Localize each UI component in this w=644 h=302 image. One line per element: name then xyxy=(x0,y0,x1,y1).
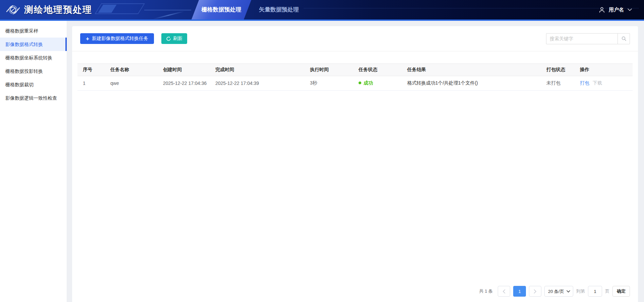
col-actions: 操作 xyxy=(575,64,633,76)
table-header-row: 序号 任务名称 创建时间 完成时间 执行时间 任务状态 任务结果 打包状态 操作 xyxy=(77,64,633,76)
user-menu[interactable]: 用户名 xyxy=(599,0,632,19)
download-action-link: 下载 xyxy=(593,80,602,86)
cell-pack-status: 未打包 xyxy=(541,76,575,91)
orbit-globe-logo-icon xyxy=(6,3,20,16)
user-icon xyxy=(599,7,605,13)
search-icon xyxy=(621,36,627,41)
app-logo-area: 测绘地理预处理 xyxy=(6,0,92,19)
refresh-button[interactable]: 刷新 xyxy=(161,33,187,44)
sidebar-item-raster-coordinate-convert[interactable]: 栅格数据坐标系统转换 xyxy=(0,51,67,64)
col-finished-time: 完成时间 xyxy=(210,64,305,76)
cell-finished-time: 2025-12-22 17:04:39 xyxy=(210,76,305,91)
refresh-icon xyxy=(166,36,171,41)
cell-index: 1 xyxy=(77,76,105,91)
sidebar-nav: 栅格数据重采样 影像数据格式转换 栅格数据坐标系统转换 栅格数据投影转换 栅格数… xyxy=(0,21,67,302)
plus-icon: + xyxy=(86,36,89,42)
tab-vector-preprocess[interactable]: 矢量数据预处理 xyxy=(259,0,299,19)
cell-actions: 打包下载 xyxy=(575,76,633,91)
tab-raster-preprocess[interactable]: 栅格数据预处理 xyxy=(192,0,251,19)
header-circuit-decoration xyxy=(304,8,639,8)
cell-task-name: qwe xyxy=(105,76,158,91)
header-circuit-decoration xyxy=(153,11,184,20)
refresh-button-label: 刷新 xyxy=(173,36,182,42)
prev-page-button[interactable] xyxy=(498,286,510,297)
pack-action-link[interactable]: 打包 xyxy=(580,80,589,86)
sidebar-item-raster-clip[interactable]: 栅格数据裁切 xyxy=(0,78,67,91)
sidebar-item-raster-resample[interactable]: 栅格数据重采样 xyxy=(0,24,67,38)
cell-task-status: 成功 xyxy=(353,76,402,91)
goto-page-input[interactable] xyxy=(588,286,602,297)
page-size-select[interactable]: 20 条/页 xyxy=(545,286,573,296)
top-header: 测绘地理预处理 栅格数据预处理 矢量数据预处理 用户名 xyxy=(0,0,644,21)
goto-confirm-button[interactable]: 确定 xyxy=(612,286,630,297)
search-button[interactable] xyxy=(618,33,630,44)
page-size-select-wrap: 20 条/页 xyxy=(544,286,573,297)
page-number-1[interactable]: 1 xyxy=(513,286,526,297)
cell-created-time: 2025-12-22 17:04:36 xyxy=(158,76,210,91)
goto-page-prefix: 到第 xyxy=(576,288,585,294)
sidebar-item-image-format-convert[interactable]: 影像数据格式转换 xyxy=(0,38,67,51)
toolbar: + 新建影像数据格式转换任务 刷新 xyxy=(72,26,638,51)
table-row: 1 qwe 2025-12-22 17:04:36 2025-12-22 17:… xyxy=(77,76,633,91)
pagination: 共 1 条 1 20 条/页 xyxy=(479,286,630,297)
sidebar-item-image-logic-consistency-check[interactable]: 影像数据逻辑一致性检查 xyxy=(0,91,67,105)
chevron-left-icon xyxy=(502,289,505,294)
goto-page-suffix: 页 xyxy=(605,288,609,294)
main-content-panel: + 新建影像数据格式转换任务 刷新 xyxy=(72,26,638,302)
sidebar-item-raster-projection-convert[interactable]: 栅格数据投影转换 xyxy=(0,64,67,78)
status-success-dot xyxy=(359,82,361,84)
user-name: 用户名 xyxy=(609,7,624,13)
chevron-right-icon xyxy=(534,289,537,294)
status-success-label: 成功 xyxy=(364,80,373,86)
col-task-name: 任务名称 xyxy=(105,64,158,76)
tab-raster-preprocess-label: 栅格数据预处理 xyxy=(195,0,248,19)
col-task-result: 任务结果 xyxy=(402,64,541,76)
app-title: 测绘地理预处理 xyxy=(24,4,92,16)
task-table: 序号 任务名称 创建时间 完成时间 执行时间 任务状态 任务结果 打包状态 操作… xyxy=(77,63,633,91)
header-circuit-decoration xyxy=(144,10,191,10)
pagination-total: 共 1 条 xyxy=(479,288,493,294)
chevron-down-icon xyxy=(628,8,632,11)
new-task-button[interactable]: + 新建影像数据格式转换任务 xyxy=(80,33,154,44)
new-task-button-label: 新建影像数据格式转换任务 xyxy=(92,36,148,42)
col-task-status: 任务状态 xyxy=(353,64,402,76)
cell-duration: 3秒 xyxy=(305,76,353,91)
col-duration: 执行时间 xyxy=(305,64,353,76)
cell-task-result: 格式转换成功1个/共处理1个文件() xyxy=(402,76,541,91)
search-group xyxy=(546,33,630,44)
search-input[interactable] xyxy=(546,33,618,44)
col-created-time: 创建时间 xyxy=(158,64,210,76)
task-table-section: 序号 任务名称 创建时间 完成时间 执行时间 任务状态 任务结果 打包状态 操作… xyxy=(72,51,638,91)
col-pack-status: 打包状态 xyxy=(541,64,575,76)
col-index: 序号 xyxy=(77,64,105,76)
next-page-button[interactable] xyxy=(529,286,541,297)
